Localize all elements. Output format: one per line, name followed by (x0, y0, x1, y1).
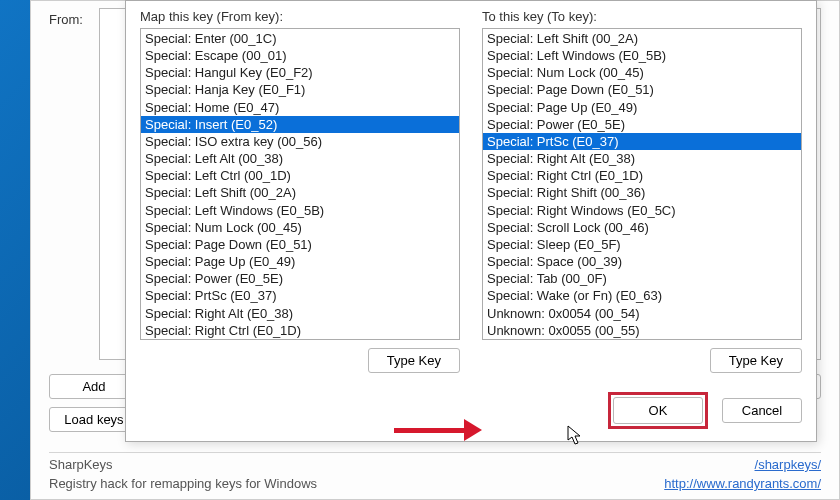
list-item[interactable]: Special: Right Shift (00_36) (141, 339, 459, 340)
list-item[interactable]: Special: Page Down (E0_51) (483, 81, 801, 98)
list-item[interactable]: Special: Right Windows (E0_5C) (483, 202, 801, 219)
cancel-button[interactable]: Cancel (722, 398, 802, 423)
list-item[interactable]: Special: Right Ctrl (E0_1D) (141, 322, 459, 339)
list-item[interactable]: Special: Scroll Lock (00_46) (483, 219, 801, 236)
sharpkeys-link[interactable]: /sharpkeys/ (755, 457, 821, 472)
randyrants-link[interactable]: http://www.randyrants.com/ (664, 476, 821, 491)
list-item[interactable]: Special: Left Windows (E0_5B) (141, 202, 459, 219)
list-item[interactable]: Special: PrtSc (E0_37) (483, 133, 801, 150)
list-item[interactable]: Special: Home (E0_47) (141, 99, 459, 116)
list-item[interactable]: Special: Page Up (E0_49) (483, 99, 801, 116)
to-column: To this key (To key): Special: Left Shif… (482, 9, 802, 373)
list-item[interactable]: Special: Right Alt (E0_38) (483, 150, 801, 167)
list-item[interactable]: Special: Escape (00_01) (141, 47, 459, 64)
list-item[interactable]: Special: Power (E0_5E) (141, 270, 459, 287)
list-item[interactable]: Special: Left Shift (00_2A) (483, 30, 801, 47)
list-item[interactable]: Unknown: 0x0055 (00_55) (483, 322, 801, 339)
app-description: Registry hack for remapping keys for Win… (49, 476, 317, 491)
list-item[interactable]: Special: ISO extra key (00_56) (141, 133, 459, 150)
add-mapping-dialog: Map this key (From key): Special: Enter … (125, 0, 817, 442)
list-item[interactable]: Special: Space (00_39) (483, 253, 801, 270)
from-key-listbox[interactable]: Special: Enter (00_1C)Special: Escape (0… (140, 28, 460, 340)
list-item[interactable]: Special: Left Ctrl (00_1D) (141, 167, 459, 184)
to-key-label: To this key (To key): (482, 9, 802, 24)
list-item[interactable]: Unknown: 0x0059 (00_59) (483, 339, 801, 340)
list-item[interactable]: Special: Page Down (E0_51) (141, 236, 459, 253)
list-item[interactable]: Special: Right Ctrl (E0_1D) (483, 167, 801, 184)
type-key-to-button[interactable]: Type Key (710, 348, 802, 373)
list-item[interactable]: Special: Num Lock (00_45) (483, 64, 801, 81)
list-item[interactable]: Special: Tab (00_0F) (483, 270, 801, 287)
status-bar: SharpKeys /sharpkeys/ Registry hack for … (49, 452, 821, 497)
from-column: Map this key (From key): Special: Enter … (140, 9, 460, 373)
list-item[interactable]: Special: Page Up (E0_49) (141, 253, 459, 270)
list-item[interactable]: Special: Sleep (E0_5F) (483, 236, 801, 253)
to-key-listbox[interactable]: Special: Left Shift (00_2A)Special: Left… (482, 28, 802, 340)
list-item[interactable]: Special: Hanja Key (E0_F1) (141, 81, 459, 98)
list-item[interactable]: Special: Right Shift (00_36) (483, 184, 801, 201)
list-item[interactable]: Special: Right Alt (E0_38) (141, 305, 459, 322)
list-item[interactable]: Special: Wake (or Fn) (E0_63) (483, 287, 801, 304)
ok-button[interactable]: OK (613, 397, 703, 424)
app-name: SharpKeys (49, 457, 113, 472)
list-item[interactable]: Special: PrtSc (E0_37) (141, 287, 459, 304)
ok-button-highlight: OK (608, 392, 708, 429)
list-item[interactable]: Special: Num Lock (00_45) (141, 219, 459, 236)
list-item[interactable]: Special: Power (E0_5E) (483, 116, 801, 133)
type-key-from-button[interactable]: Type Key (368, 348, 460, 373)
list-item[interactable]: Special: Hangul Key (E0_F2) (141, 64, 459, 81)
list-item[interactable]: Special: Left Shift (00_2A) (141, 184, 459, 201)
list-item[interactable]: Special: Left Alt (00_38) (141, 150, 459, 167)
from-column-label: From: (49, 12, 83, 27)
list-item[interactable]: Unknown: 0x0054 (00_54) (483, 305, 801, 322)
list-item[interactable]: Special: Left Windows (E0_5B) (483, 47, 801, 64)
list-item[interactable]: Special: Insert (E0_52) (141, 116, 459, 133)
from-key-label: Map this key (From key): (140, 9, 460, 24)
desktop-background (0, 0, 30, 500)
list-item[interactable]: Special: Enter (00_1C) (141, 30, 459, 47)
